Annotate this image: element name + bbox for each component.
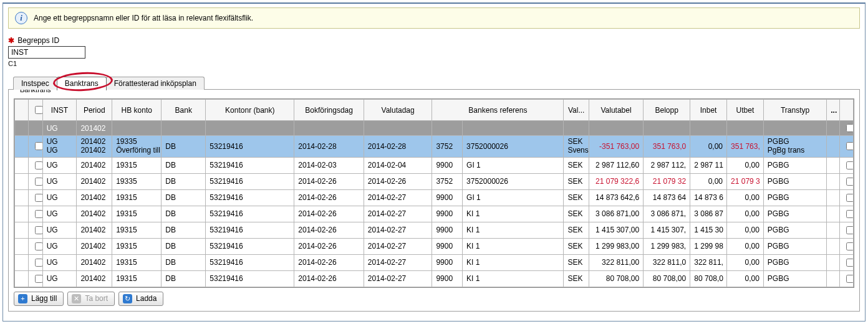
cell-bank: DB xyxy=(162,189,206,206)
table-row[interactable]: UGUG20140220140219335Överföring tillDB53… xyxy=(15,136,854,158)
row-checkbox[interactable] xyxy=(29,173,42,189)
cell-ref-code: 9900 xyxy=(432,206,463,222)
table-row[interactable]: UG20140219335DB532194162014-02-262014-02… xyxy=(15,173,854,189)
cell-utbet: 0,00 xyxy=(727,189,764,206)
cell-val: SEK xyxy=(564,222,589,238)
table-row[interactable]: UG20140219315DB532194162014-02-032014-02… xyxy=(15,157,854,173)
row-trailing-checkbox[interactable] xyxy=(839,238,853,254)
row-checkbox[interactable] xyxy=(29,136,42,158)
load-button[interactable]: ↻ Ladda xyxy=(118,292,163,306)
cell-belopp: 21 079 32 xyxy=(644,173,690,189)
row-handle[interactable] xyxy=(15,136,29,158)
cell-more[interactable] xyxy=(827,189,839,206)
cell-hbkonto: 19315 xyxy=(112,270,162,287)
row-trailing-checkbox[interactable] xyxy=(839,189,853,206)
row-handle[interactable] xyxy=(15,270,29,287)
col-valdag[interactable]: Valutadag xyxy=(364,100,432,121)
cell-val: SEK xyxy=(564,173,589,189)
cell-bokdag: 2014-02-26 xyxy=(294,206,364,222)
cell-bokdag: 2014-02-28 xyxy=(294,136,364,158)
col-kontonr[interactable]: Kontonr (bank) xyxy=(206,100,294,121)
table-row[interactable]: UG20140219315DB532194162014-02-262014-02… xyxy=(15,254,854,270)
row-trailing-checkbox[interactable] xyxy=(839,157,853,173)
info-icon: i xyxy=(15,12,27,24)
cell-period: 201402 xyxy=(77,270,112,287)
row-checkbox[interactable] xyxy=(29,238,42,254)
row-checkbox[interactable] xyxy=(29,157,42,173)
col-referens[interactable]: Bankens referens xyxy=(432,100,564,121)
col-inst[interactable]: INST xyxy=(42,100,77,121)
delete-icon: ✕ xyxy=(72,294,81,303)
cell-valdag: 2014-02-27 xyxy=(364,206,432,222)
cell-valutabel: 14 873 642,6 xyxy=(589,189,643,206)
tab-forattesterad[interactable]: Förattesterad inköpsplan xyxy=(106,77,205,90)
filter-trailing-checkbox[interactable] xyxy=(846,124,854,132)
row-trailing-checkbox[interactable] xyxy=(839,173,853,189)
col-more[interactable]: ... xyxy=(827,100,839,121)
row-handle[interactable] xyxy=(15,173,29,189)
row-checkbox[interactable] xyxy=(29,189,42,206)
cell-more[interactable] xyxy=(827,157,839,173)
row-handle[interactable] xyxy=(15,222,29,238)
table-row[interactable]: UG20140219315DB532194162014-02-262014-02… xyxy=(15,270,854,287)
cell-transtyp: PGBG xyxy=(763,222,826,238)
col-bokdag[interactable]: Bokföringsdag xyxy=(294,100,364,121)
col-val[interactable]: Val... xyxy=(564,100,589,121)
table-row[interactable]: UG20140219315DB532194162014-02-262014-02… xyxy=(15,206,854,222)
cell-more[interactable] xyxy=(827,270,839,287)
add-button-label: Lägg till xyxy=(31,294,57,303)
row-checkbox[interactable] xyxy=(29,222,42,238)
cell-transtyp: PGBG xyxy=(763,270,826,287)
row-handle[interactable] xyxy=(15,189,29,206)
row-handle[interactable] xyxy=(15,238,29,254)
row-trailing-checkbox[interactable] xyxy=(839,206,853,222)
col-transtyp[interactable]: Transtyp xyxy=(763,100,826,121)
cell-more[interactable] xyxy=(827,254,839,270)
cell-period: 201402 xyxy=(77,254,112,270)
cell-more[interactable] xyxy=(827,173,839,189)
col-period[interactable]: Period xyxy=(77,100,112,121)
row-checkbox[interactable] xyxy=(29,206,42,222)
header-row: INST Period HB konto Bank Kontonr (bank)… xyxy=(15,100,854,121)
col-belopp[interactable]: Belopp xyxy=(644,100,690,121)
col-inbet[interactable]: Inbet xyxy=(690,100,727,121)
row-checkbox[interactable] xyxy=(29,270,42,287)
row-trailing-checkbox[interactable] xyxy=(839,222,853,238)
cell-bank: DB xyxy=(162,238,206,254)
col-rowhandle[interactable] xyxy=(15,100,29,121)
col-utbet[interactable]: Utbet xyxy=(727,100,764,121)
col-checkbox-all[interactable] xyxy=(29,100,42,121)
cell-more[interactable] xyxy=(827,136,839,158)
row-trailing-checkbox[interactable] xyxy=(839,270,853,287)
cell-utbet: 0,00 xyxy=(727,238,764,254)
row-trailing-checkbox[interactable] xyxy=(839,254,853,270)
remove-button[interactable]: ✕ Ta bort xyxy=(67,292,115,306)
table-row[interactable]: UG20140219315DB532194162014-02-262014-02… xyxy=(15,222,854,238)
col-hbkonto[interactable]: HB konto xyxy=(112,100,162,121)
filter-row[interactable]: UG 201402 xyxy=(15,121,854,136)
cell-belopp: 351 763,0 xyxy=(644,136,690,158)
col-bank[interactable]: Bank xyxy=(162,100,206,121)
cell-more[interactable] xyxy=(827,222,839,238)
cell-more[interactable] xyxy=(827,206,839,222)
row-handle[interactable] xyxy=(15,254,29,270)
cell-ref-code: 9900 xyxy=(432,157,463,173)
cell-ref-text: 3752000026 xyxy=(463,173,564,189)
table-row[interactable]: UG20140219315DB532194162014-02-262014-02… xyxy=(15,189,854,206)
cell-ref-code: 3752 xyxy=(432,136,463,158)
tab-banktrans[interactable]: Banktrans xyxy=(57,77,107,90)
row-handle[interactable] xyxy=(15,206,29,222)
table-row[interactable]: UG20140219315DB532194162014-02-262014-02… xyxy=(15,238,854,254)
cell-more[interactable] xyxy=(827,238,839,254)
col-valutabel[interactable]: Valutabel xyxy=(589,100,643,121)
row-checkbox[interactable] xyxy=(29,254,42,270)
add-button[interactable]: + Lägg till xyxy=(14,292,64,306)
cell-val: SEK xyxy=(564,189,589,206)
begrepps-id-input[interactable] xyxy=(8,46,85,59)
cell-valutabel: 80 708,00 xyxy=(589,270,643,287)
row-handle[interactable] xyxy=(15,157,29,173)
col-trailing-chk xyxy=(839,100,853,121)
row-trailing-checkbox[interactable] xyxy=(839,136,853,158)
tab-instspec[interactable]: Instspec xyxy=(13,77,57,90)
cell-valdag: 2014-02-27 xyxy=(364,270,432,287)
